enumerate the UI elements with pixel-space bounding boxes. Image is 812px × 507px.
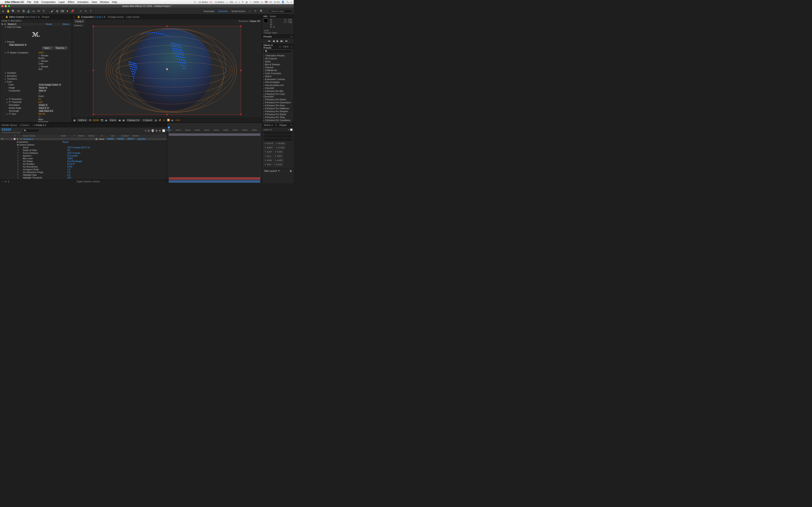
timeline-icon[interactable]: ⏲ [163,119,165,121]
effects-list-item[interactable]: FxFactory Pro Blur [262,90,294,93]
effects-list-item[interactable]: 3D Channel [262,57,294,60]
col-trkmat[interactable]: TrkMat [78,134,88,137]
layer-bar-shape[interactable] [169,180,260,183]
trash-icon[interactable]: 🗑 [290,170,292,172]
app-name[interactable]: After Effects CC [5,1,24,4]
parent-pickwhip-icon[interactable]: @ [95,138,98,140]
transform-reset[interactable]: Reset [63,141,68,143]
tab-effects-presets[interactable]: Effects & Presets [263,44,277,49]
property-row[interactable]: ⏱Depth of FieldOn [0,149,167,152]
motion-slider-3[interactable] [263,138,293,141]
stopwatch-icon[interactable]: ⏱ [17,157,21,160]
grid-icon[interactable]: ▦ [122,119,124,121]
composition-canvas[interactable] [93,26,241,115]
menu-layer[interactable]: Layer [59,1,65,4]
panel-menu-icon[interactable]: ≡ [291,35,292,38]
exposure-value[interactable]: +0.0 [175,119,180,121]
property-value[interactable]: 2317.6 pixels (45.0° H) [67,146,90,149]
time-ruler[interactable]: 0000000010000200003000040000500006000070… [167,123,262,133]
rect-tool-icon[interactable]: ▭ [32,9,36,13]
roto-tool-icon[interactable]: ✦ [65,9,69,13]
comp-subtab[interactable]: Comp 2 [74,19,85,23]
wifi-icon[interactable]: ⌔ [250,1,252,3]
hand-tool-icon[interactable]: ✋ [6,9,10,13]
flowchart-icon[interactable]: 🔀 [167,119,170,121]
overflow-icon[interactable]: » [291,45,292,48]
zoom-icon[interactable] [8,5,10,7]
lock-icon[interactable]: 🔒 [5,15,8,18]
orientation-dropdown[interactable]: Fixed ▾ [38,104,48,106]
transform-group[interactable]: Transform [7,77,17,80]
tab-libraries[interactable]: Libra [283,45,288,48]
property-row[interactable]: ⏱Iris Diffraction Fringe0.0 [0,171,167,173]
timeline-tracks[interactable]: 0000000010000200003000040000500006000070… [167,123,262,183]
tab-info[interactable]: Info [263,15,267,17]
expand-icon[interactable]: {} [8,180,9,183]
form-group[interactable]: Form [7,80,12,83]
type-tool-icon[interactable]: T [42,9,46,13]
image-dropdown[interactable]: None ▾ [38,87,48,89]
effects-list-item[interactable]: FxFactory Pro Distort [262,98,294,101]
axis-world-icon[interactable]: ⤡ [84,9,88,13]
size-value[interactable]: 960.00 [38,113,45,115]
prev-frame-icon[interactable]: ◀ [272,40,274,43]
stopwatch-icon[interactable]: ⏱ [17,163,21,165]
effects-list-item[interactable]: * Animation Presets [262,54,294,57]
property-value[interactable]: On [67,149,70,152]
fast-preview-icon[interactable]: ⚡ [159,119,161,121]
motion-excite-button[interactable]: ✦EXCITE [263,142,274,145]
layer-bar-camera[interactable] [169,133,260,136]
menu-composition[interactable]: Composition [42,1,56,4]
effects-list-item[interactable]: CINEMA 4D [262,69,294,72]
motion-blend-button[interactable]: ✦BLEND [275,142,286,145]
transform-group[interactable]: Transform [18,141,63,143]
graph-editor-icon[interactable]: 📈 [162,129,165,132]
master-completion-value[interactable]: 100% [38,51,44,54]
property-row[interactable]: ⏱Zoom2317.6 pixels (45.0° H) [0,146,167,149]
timemachine-icon[interactable]: ↻ [242,1,244,3]
check-icon[interactable]: ✓ [38,54,40,57]
frame-blend-icon[interactable]: ▦ [155,129,158,132]
current-time[interactable]: 00000 [93,119,99,121]
property-row[interactable]: ⏱Blur Level100% [0,157,167,160]
magnification-icon[interactable]: ▦ [73,119,75,121]
property-row[interactable]: ⏱Iris Rotation0x+0.0° [0,162,167,165]
property-value[interactable]: 0.0% [67,165,72,168]
sync-settings-icon[interactable]: ⟲ [254,10,256,12]
motion-name-button[interactable]: ✦NAME [273,150,283,154]
timeline-search-input[interactable]: 🔍 [22,129,39,132]
effects-search-input[interactable]: 🔍 [263,50,292,53]
roi-icon[interactable]: ▣ [119,119,121,121]
motion-slider-1[interactable] [263,131,293,134]
eraser-tool-icon[interactable]: ⌫ [60,9,64,13]
bluetooth-icon[interactable]: ᚼ [239,1,240,3]
effects-list-item[interactable]: FxFactory Pro Sharpen [262,110,294,113]
pixel-aspect-icon[interactable]: ▥ [155,119,157,121]
property-row[interactable]: ⏱Iris Roundness0.0% [0,165,167,168]
tab-comp1[interactable]: ▪ Comp 1 [20,124,30,126]
draft3d-icon[interactable]: ◧ [148,129,150,132]
layer-row-camera[interactable]: 👁 ▾1 🎥 Camera 1 @ None 00000 00096 00097… [0,137,167,140]
axis-view-icon[interactable]: ⤴ [89,9,93,13]
property-value[interactable]: 2317.6 pixels [67,152,80,154]
notification-icon[interactable]: ≡ [291,1,292,3]
minimize-icon[interactable] [5,5,7,7]
effects-list-item[interactable]: FxFactory Pro Color Correction [262,93,294,98]
tab-preview[interactable]: Preview [263,35,272,38]
stopwatch-icon[interactable]: ⏱ [17,152,21,154]
threshold-value[interactable]: 0.62 [38,101,43,103]
layer-dur[interactable]: 00097 [128,138,138,140]
stopwatch-icon[interactable]: ⏱ [17,155,21,157]
motion-warp-button[interactable]: ✦WARP [274,159,284,162]
camera-options-group[interactable]: Camera Options [18,144,63,146]
preset-open-button[interactable]: Open... [42,47,53,50]
form-dropdown[interactable]: From Image Colors ▾ [38,83,61,86]
tab-effect-controls[interactable]: 🔒 Effect Controls Red Solid 1 ≡ [5,15,39,18]
property-value[interactable]: 0.0 [67,174,70,176]
effects-list-item[interactable]: FxFactory Pro Halftones [262,107,294,110]
effects-list-item[interactable]: Color Correction [262,72,294,75]
panel-menu-icon[interactable]: ≡ [280,45,281,48]
stopwatch-icon[interactable]: ⏱ [17,174,21,176]
graph-icon[interactable]: 📈 [290,129,293,131]
menu-view[interactable]: View [92,1,97,4]
